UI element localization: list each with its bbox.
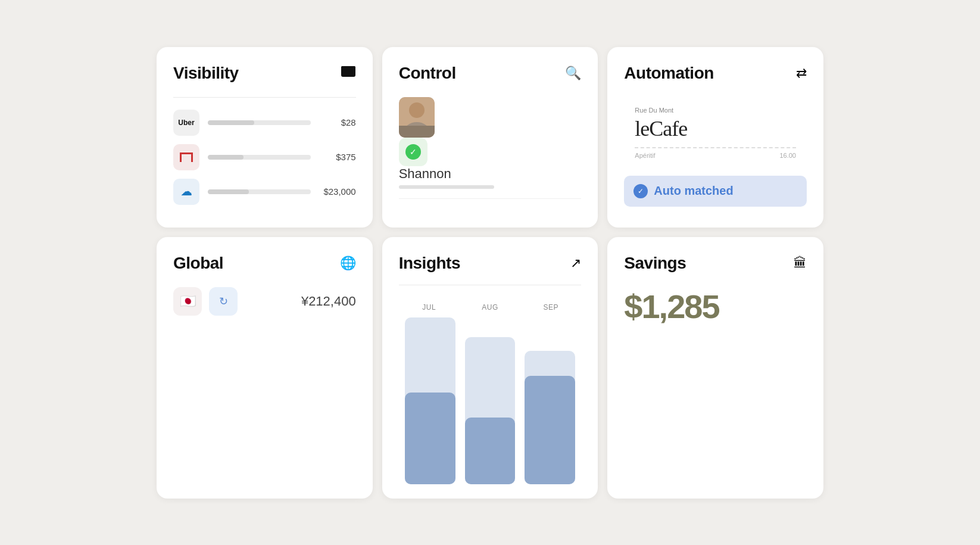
chart-label-aug: AUG	[460, 303, 520, 312]
receipt-item: Apéritif	[635, 152, 655, 159]
bracket-amount: $375	[320, 152, 356, 162]
savings-amount: $1,285	[624, 287, 807, 326]
uber-badge: Uber	[173, 110, 199, 136]
chart-bar-aug	[465, 317, 516, 484]
svg-point-3	[409, 102, 425, 118]
globe-icon: 🌐	[340, 256, 356, 271]
global-header: Global 🌐	[173, 254, 356, 273]
insights-title: Insights	[399, 254, 460, 273]
receipt-subtitle: Rue Du Mont	[635, 107, 796, 114]
savings-header: Savings 🏛	[624, 254, 807, 273]
control-card: Control 🔍 ✓ Shannon	[382, 47, 598, 228]
jul-inner-fill	[405, 393, 455, 484]
profile-name: Shannon	[399, 166, 582, 182]
auto-matched-row: ✓ Auto matched	[624, 176, 807, 207]
chart-bar-jul	[405, 317, 455, 484]
receipt-dashes	[635, 147, 796, 148]
chart-labels: JUL AUG SEP	[399, 303, 582, 312]
global-card: Global 🌐 🇯🇵 ↻ ¥212,400	[157, 237, 373, 499]
blue-cloud-badge: ☁	[173, 179, 199, 205]
global-amount: ¥212,400	[301, 294, 356, 309]
visibility-title: Visibility	[173, 64, 239, 83]
sep-inner-fill	[525, 376, 575, 484]
svg-rect-1	[341, 66, 355, 70]
aug-bar-outer	[465, 317, 516, 484]
receipt-row: Apéritif 16.00	[635, 152, 796, 159]
profile-bar	[399, 185, 494, 189]
savings-title: Savings	[624, 254, 686, 273]
auto-matched-label: Auto matched	[654, 184, 733, 198]
visibility-row-bracket: $375	[173, 144, 356, 170]
sync-badge: ↻	[209, 287, 238, 316]
uber-amount: $28	[320, 117, 356, 127]
red-bracket-badge	[173, 144, 199, 170]
aug-inner-fill	[465, 418, 516, 484]
visibility-card: Visibility Uber $28 $375	[157, 47, 373, 228]
chart-label-sep: SEP	[520, 303, 581, 312]
insights-divider	[399, 285, 582, 285]
avatar	[399, 97, 435, 138]
receipt-inner: Rue Du Mont leCafe Apéritif 16.00	[624, 97, 807, 169]
dashboard: Visibility Uber $28 $375	[133, 23, 847, 522]
visibility-icon	[341, 66, 356, 81]
visibility-header: Visibility	[173, 64, 356, 83]
transfer-icon: ⇄	[796, 66, 807, 81]
insights-card: Insights ↗ JUL AUG SEP	[382, 237, 598, 499]
chart-label-jul: JUL	[399, 303, 460, 312]
check-badge: ✓	[399, 138, 427, 166]
checkmark-icon: ✓	[405, 144, 421, 160]
visibility-row-uber: Uber $28	[173, 110, 356, 136]
automation-header: Automation ⇄	[624, 64, 807, 83]
visibility-divider	[173, 97, 356, 98]
control-divider	[399, 198, 582, 199]
receipt-price: 16.00	[779, 152, 796, 159]
cloud-amount: $23,000	[320, 186, 356, 197]
insights-header: Insights ↗	[399, 254, 582, 273]
bracket-progress-container	[208, 155, 311, 160]
global-title: Global	[173, 254, 223, 273]
profile-row: ✓ Shannon	[399, 97, 582, 189]
receipt-container: Rue Du Mont leCafe Apéritif 16.00 ✓ Auto…	[624, 97, 807, 207]
bank-icon: 🏛	[794, 256, 807, 271]
automation-card: Automation ⇄ Rue Du Mont leCafe Apéritif…	[607, 47, 823, 228]
savings-card: Savings 🏛 $1,285	[607, 237, 823, 499]
visibility-row-cloud: ☁ $23,000	[173, 179, 356, 205]
profile-info: Shannon	[399, 166, 582, 189]
global-row: 🇯🇵 ↻ ¥212,400	[173, 287, 356, 316]
sync-icon: ↻	[219, 295, 228, 308]
external-link-icon[interactable]: ↗	[570, 256, 581, 271]
auto-match-checkmark-icon: ✓	[633, 184, 648, 198]
uber-progress-bar	[208, 120, 254, 125]
sep-bar-outer	[525, 317, 575, 484]
automation-title: Automation	[624, 64, 714, 83]
control-header: Control 🔍	[399, 64, 582, 83]
chart-bar-sep	[525, 317, 575, 484]
cloud-progress-container	[208, 189, 311, 194]
cloud-icon: ☁	[181, 185, 192, 198]
red-bracket-icon	[180, 152, 193, 162]
control-title: Control	[399, 64, 456, 83]
svg-rect-5	[399, 126, 435, 138]
uber-progress-container	[208, 120, 311, 125]
bracket-progress-bar	[208, 155, 244, 160]
jul-bar-outer	[405, 317, 455, 484]
receipt-title: leCafe	[635, 116, 796, 141]
japan-flag-badge: 🇯🇵	[173, 287, 202, 316]
chart-container	[399, 317, 582, 484]
search-icon[interactable]: 🔍	[565, 66, 581, 81]
cloud-progress-bar	[208, 189, 249, 194]
